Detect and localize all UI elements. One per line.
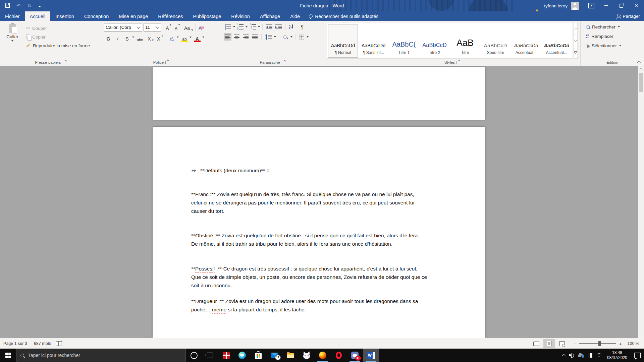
shading-button[interactable] bbox=[282, 33, 289, 41]
avatar[interactable] bbox=[571, 2, 579, 10]
style-titre2[interactable]: AaBbCcD Titre 2 bbox=[419, 24, 450, 58]
style-sans-interligne[interactable]: AaBbCcDd ¶ Sans int... bbox=[358, 24, 389, 58]
font-size-select[interactable]: 11 bbox=[144, 23, 161, 32]
highlight-button[interactable]: ab bbox=[180, 34, 189, 42]
paste-dropdown-icon[interactable] bbox=[11, 40, 13, 42]
font-family-select[interactable]: Calibri (Corp bbox=[104, 23, 142, 32]
numbered-list-dropdown-icon[interactable] bbox=[246, 26, 248, 27]
line-spacing-dropdown-icon[interactable] bbox=[274, 36, 276, 38]
increase-indent-button[interactable] bbox=[274, 23, 283, 31]
style-titre1[interactable]: AaBbC( Titre 1 bbox=[389, 24, 419, 58]
underline-button[interactable]: S bbox=[123, 34, 131, 42]
discord-button[interactable]: 9+ bbox=[347, 349, 363, 362]
gift-app-button[interactable] bbox=[218, 349, 234, 362]
word-count[interactable]: 687 mots bbox=[31, 341, 54, 346]
find-button[interactable]: Rechercher bbox=[586, 23, 641, 31]
print-layout-button[interactable] bbox=[543, 339, 555, 348]
tab-insertion[interactable]: Insertion bbox=[50, 11, 79, 21]
strikethrough-button[interactable]: abc bbox=[136, 34, 144, 42]
font-color-dropdown-icon[interactable] bbox=[202, 37, 204, 38]
tab-conception[interactable]: Conception bbox=[79, 11, 114, 21]
replace-button[interactable]: abac Remplacer bbox=[586, 33, 641, 40]
align-left-button[interactable] bbox=[224, 33, 231, 41]
undo-icon[interactable]: ↶ bbox=[16, 0, 21, 11]
style-sous-titre[interactable]: AaBbCcD Sous-titre bbox=[480, 24, 511, 58]
align-center-button[interactable] bbox=[233, 33, 240, 41]
zoom-in-button[interactable]: + bbox=[619, 341, 622, 347]
paragraph-dialog-launcher-icon[interactable] bbox=[282, 61, 285, 64]
wifi-icon[interactable] bbox=[596, 353, 602, 358]
edge-button[interactable] bbox=[234, 349, 250, 362]
warning-icon[interactable]: ! bbox=[534, 3, 541, 9]
taskbar-search[interactable] bbox=[16, 349, 186, 362]
word-button[interactable]: W bbox=[363, 349, 379, 362]
copy-button[interactable]: Copier bbox=[26, 33, 90, 41]
style-titre[interactable]: AaB Titre bbox=[450, 24, 480, 58]
zoom-out-button[interactable]: − bbox=[574, 341, 577, 347]
clipboard-dialog-launcher-icon[interactable] bbox=[63, 61, 66, 64]
grow-font-button[interactable]: A▲ bbox=[163, 23, 172, 32]
mail-button[interactable]: 17 bbox=[266, 349, 282, 362]
styles-dialog-launcher-icon[interactable] bbox=[457, 61, 460, 64]
tray-expand-icon[interactable] bbox=[562, 354, 566, 358]
tab-fichier[interactable]: Fichier bbox=[0, 11, 25, 21]
page-2[interactable]: ↦ **Défauts (deux minimum)** = **Franc :… bbox=[153, 127, 485, 338]
style-accentuation-discrete[interactable]: AaBbCcDd Accentuat... bbox=[511, 24, 541, 58]
proofing-errors-icon[interactable] bbox=[56, 341, 61, 346]
tab-affichage[interactable]: Affichage bbox=[255, 11, 285, 21]
opera-button[interactable] bbox=[331, 349, 347, 362]
volume-icon[interactable] bbox=[569, 353, 574, 358]
qat-customize-chevron-icon[interactable] bbox=[38, 0, 41, 11]
decrease-indent-button[interactable] bbox=[265, 23, 273, 31]
close-button[interactable]: × bbox=[629, 0, 644, 11]
shading-dropdown-icon[interactable] bbox=[290, 36, 292, 38]
page-1-bottom[interactable] bbox=[153, 67, 485, 120]
tab-references[interactable]: Références bbox=[153, 11, 188, 21]
task-view-button[interactable] bbox=[202, 349, 218, 362]
highlight-dropdown-icon[interactable] bbox=[190, 37, 192, 38]
tab-publipostage[interactable]: Publipostage bbox=[188, 11, 226, 21]
tellme-search[interactable]: Rechercher des outils adaptés bbox=[305, 11, 382, 21]
multilevel-list-button[interactable]: 1ai bbox=[249, 23, 257, 31]
change-case-button[interactable]: Aa bbox=[183, 23, 194, 32]
save-icon[interactable] bbox=[5, 0, 10, 11]
style-normal[interactable]: AaBbCcDd ¶ Normal bbox=[328, 24, 358, 58]
tab-mise-en-page[interactable]: Mise en page bbox=[114, 11, 153, 21]
shrink-font-button[interactable]: A▼ bbox=[172, 23, 180, 32]
align-right-button[interactable] bbox=[242, 33, 250, 41]
justify-button[interactable] bbox=[251, 33, 259, 41]
multilevel-list-dropdown-icon[interactable] bbox=[258, 26, 260, 27]
clock[interactable]: 18:48 08/07/2020 bbox=[606, 350, 629, 360]
bullet-list-button[interactable] bbox=[224, 23, 232, 31]
scroll-up-icon[interactable] bbox=[640, 68, 643, 71]
share-button[interactable]: Partager bbox=[617, 11, 640, 21]
action-center-icon[interactable] bbox=[634, 353, 641, 358]
borders-dropdown-icon[interactable] bbox=[307, 36, 309, 38]
onedrive-icon[interactable] bbox=[578, 354, 584, 357]
bullet-list-dropdown-icon[interactable] bbox=[233, 26, 235, 27]
store-button[interactable] bbox=[250, 349, 266, 362]
start-button[interactable] bbox=[0, 349, 16, 362]
bold-button[interactable]: G bbox=[104, 34, 113, 42]
tab-revision[interactable]: Révision bbox=[226, 11, 255, 21]
superscript-button[interactable]: X2 bbox=[154, 34, 163, 42]
web-layout-button[interactable] bbox=[556, 339, 568, 348]
read-mode-button[interactable] bbox=[531, 339, 542, 348]
show-formatting-button[interactable]: ¶ bbox=[300, 23, 304, 31]
paste-button[interactable]: Coller bbox=[3, 23, 22, 59]
zoom-slider-thumb[interactable] bbox=[598, 341, 601, 346]
underline-dropdown-icon[interactable] bbox=[132, 37, 134, 38]
ribbon-display-options-button[interactable] bbox=[584, 0, 599, 11]
zoom-percentage[interactable]: 100 % bbox=[625, 341, 639, 346]
tab-accueil[interactable]: Accueil bbox=[25, 11, 51, 21]
font-color-button[interactable]: A bbox=[193, 34, 202, 42]
styles-scroll-down-icon[interactable] bbox=[574, 35, 577, 47]
input-language-icon[interactable] bbox=[588, 353, 592, 358]
zoom-slider[interactable] bbox=[579, 343, 616, 344]
file-explorer-button[interactable] bbox=[282, 349, 299, 362]
restore-button[interactable] bbox=[614, 0, 629, 11]
borders-button[interactable] bbox=[298, 33, 305, 41]
numbered-list-button[interactable]: 123 bbox=[236, 23, 245, 31]
format-painter-button[interactable]: Reproduire la mise en forme bbox=[26, 42, 90, 49]
font-dialog-launcher-icon[interactable] bbox=[165, 61, 169, 64]
